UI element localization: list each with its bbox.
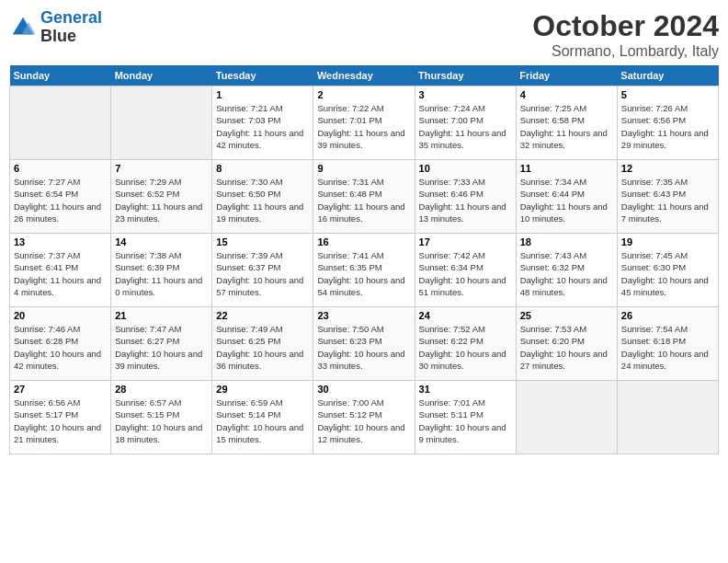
day-detail: Sunrise: 7:26 AMSunset: 6:56 PMDaylight:… (621, 102, 714, 151)
column-header-saturday: Saturday (617, 65, 718, 86)
calendar-cell: 24Sunrise: 7:52 AMSunset: 6:22 PMDayligh… (415, 307, 516, 381)
calendar-cell: 13Sunrise: 7:37 AMSunset: 6:41 PMDayligh… (10, 234, 111, 307)
day-number: 31 (419, 384, 512, 395)
day-detail: Sunrise: 7:34 AMSunset: 6:44 PMDaylight:… (520, 176, 613, 224)
day-detail: Sunrise: 7:42 AMSunset: 6:34 PMDaylight:… (419, 249, 512, 298)
day-detail: Sunrise: 7:21 AMSunset: 7:03 PMDaylight:… (216, 102, 309, 151)
title-block: October 2024 Sormano, Lombardy, Italy (532, 9, 719, 60)
calendar-cell: 17Sunrise: 7:42 AMSunset: 6:34 PMDayligh… (415, 234, 516, 307)
calendar-cell: 9Sunrise: 7:31 AMSunset: 6:48 PMDaylight… (313, 160, 415, 234)
calendar-cell: 11Sunrise: 7:34 AMSunset: 6:44 PMDayligh… (516, 160, 617, 234)
day-detail: Sunrise: 7:50 AMSunset: 6:23 PMDaylight:… (317, 323, 410, 372)
day-number: 4 (520, 89, 613, 100)
day-detail: Sunrise: 7:31 AMSunset: 6:48 PMDaylight:… (317, 176, 410, 224)
day-detail: Sunrise: 7:43 AMSunset: 6:32 PMDaylight:… (520, 249, 613, 298)
day-number: 30 (317, 384, 410, 395)
logo-icon (9, 14, 37, 41)
calendar-cell: 18Sunrise: 7:43 AMSunset: 6:32 PMDayligh… (516, 234, 617, 307)
day-number: 3 (419, 89, 512, 100)
day-detail: Sunrise: 7:49 AMSunset: 6:25 PMDaylight:… (216, 323, 309, 372)
calendar-cell: 3Sunrise: 7:24 AMSunset: 7:00 PMDaylight… (415, 86, 516, 160)
calendar-cell: 22Sunrise: 7:49 AMSunset: 6:25 PMDayligh… (212, 307, 313, 381)
column-header-monday: Monday (111, 65, 212, 86)
day-number: 10 (419, 163, 512, 174)
calendar-cell: 23Sunrise: 7:50 AMSunset: 6:23 PMDayligh… (313, 307, 415, 381)
day-number: 20 (14, 310, 107, 321)
day-detail: Sunrise: 7:24 AMSunset: 7:00 PMDaylight:… (419, 102, 512, 151)
calendar-week: 6Sunrise: 7:27 AMSunset: 6:54 PMDaylight… (10, 160, 719, 234)
day-detail: Sunrise: 7:22 AMSunset: 7:01 PMDaylight:… (317, 102, 410, 151)
day-detail: Sunrise: 7:27 AMSunset: 6:54 PMDaylight:… (14, 176, 107, 224)
day-number: 12 (621, 163, 714, 174)
day-detail: Sunrise: 7:47 AMSunset: 6:27 PMDaylight:… (115, 323, 208, 372)
column-header-thursday: Thursday (415, 65, 516, 86)
column-header-sunday: Sunday (10, 65, 111, 86)
calendar-cell: 14Sunrise: 7:38 AMSunset: 6:39 PMDayligh… (111, 234, 212, 307)
day-detail: Sunrise: 7:30 AMSunset: 6:50 PMDaylight:… (216, 176, 309, 224)
day-number: 26 (621, 310, 714, 321)
location-title: Sormano, Lombardy, Italy (532, 43, 719, 60)
calendar-cell: 5Sunrise: 7:26 AMSunset: 6:56 PMDaylight… (617, 86, 718, 160)
calendar-cell: 28Sunrise: 6:57 AMSunset: 5:15 PMDayligh… (111, 381, 212, 454)
calendar-cell: 1Sunrise: 7:21 AMSunset: 7:03 PMDaylight… (212, 86, 313, 160)
calendar-cell: 10Sunrise: 7:33 AMSunset: 6:46 PMDayligh… (415, 160, 516, 234)
day-detail: Sunrise: 6:59 AMSunset: 5:14 PMDaylight:… (216, 396, 309, 445)
day-number: 28 (115, 384, 208, 395)
day-number: 18 (520, 236, 613, 247)
column-header-tuesday: Tuesday (212, 65, 313, 86)
calendar-cell: 25Sunrise: 7:53 AMSunset: 6:20 PMDayligh… (516, 307, 617, 381)
column-header-friday: Friday (516, 65, 617, 86)
day-number: 17 (419, 236, 512, 247)
calendar-cell: 20Sunrise: 7:46 AMSunset: 6:28 PMDayligh… (10, 307, 111, 381)
calendar-week: 1Sunrise: 7:21 AMSunset: 7:03 PMDaylight… (10, 86, 719, 160)
day-number: 2 (317, 89, 410, 100)
calendar-cell: 6Sunrise: 7:27 AMSunset: 6:54 PMDaylight… (10, 160, 111, 234)
day-number: 16 (317, 236, 410, 247)
day-number: 6 (14, 163, 107, 174)
day-detail: Sunrise: 7:39 AMSunset: 6:37 PMDaylight:… (216, 249, 309, 298)
calendar-cell: 27Sunrise: 6:56 AMSunset: 5:17 PMDayligh… (10, 381, 111, 454)
day-number: 9 (317, 163, 410, 174)
day-detail: Sunrise: 7:52 AMSunset: 6:22 PMDaylight:… (419, 323, 512, 372)
calendar-cell: 8Sunrise: 7:30 AMSunset: 6:50 PMDaylight… (212, 160, 313, 234)
day-number: 1 (216, 89, 309, 100)
day-number: 11 (520, 163, 613, 174)
day-detail: Sunrise: 7:35 AMSunset: 6:43 PMDaylight:… (621, 176, 714, 224)
header-row: SundayMondayTuesdayWednesdayThursdayFrid… (10, 65, 719, 86)
calendar-cell: 4Sunrise: 7:25 AMSunset: 6:58 PMDaylight… (516, 86, 617, 160)
logo-text: GeneralBlue (40, 9, 102, 46)
day-number: 22 (216, 310, 309, 321)
calendar-cell (111, 86, 212, 160)
day-number: 5 (621, 89, 714, 100)
day-detail: Sunrise: 7:01 AMSunset: 5:11 PMDaylight:… (419, 396, 512, 445)
day-number: 25 (520, 310, 613, 321)
day-number: 15 (216, 236, 309, 247)
calendar-cell: 31Sunrise: 7:01 AMSunset: 5:11 PMDayligh… (415, 381, 516, 454)
day-detail: Sunrise: 6:57 AMSunset: 5:15 PMDaylight:… (115, 396, 208, 445)
day-detail: Sunrise: 7:46 AMSunset: 6:28 PMDaylight:… (14, 323, 107, 372)
day-detail: Sunrise: 7:38 AMSunset: 6:39 PMDaylight:… (115, 249, 208, 298)
calendar-cell: 16Sunrise: 7:41 AMSunset: 6:35 PMDayligh… (313, 234, 415, 307)
calendar-cell: 7Sunrise: 7:29 AMSunset: 6:52 PMDaylight… (111, 160, 212, 234)
calendar-week: 27Sunrise: 6:56 AMSunset: 5:17 PMDayligh… (10, 381, 719, 454)
day-number: 27 (14, 384, 107, 395)
calendar-cell: 26Sunrise: 7:54 AMSunset: 6:18 PMDayligh… (617, 307, 718, 381)
calendar-cell: 12Sunrise: 7:35 AMSunset: 6:43 PMDayligh… (617, 160, 718, 234)
month-title: October 2024 (532, 9, 719, 43)
day-detail: Sunrise: 7:53 AMSunset: 6:20 PMDaylight:… (520, 323, 613, 372)
calendar-cell: 30Sunrise: 7:00 AMSunset: 5:12 PMDayligh… (313, 381, 415, 454)
calendar-week: 20Sunrise: 7:46 AMSunset: 6:28 PMDayligh… (10, 307, 719, 381)
calendar-cell: 29Sunrise: 6:59 AMSunset: 5:14 PMDayligh… (212, 381, 313, 454)
calendar-cell: 19Sunrise: 7:45 AMSunset: 6:30 PMDayligh… (617, 234, 718, 307)
day-number: 23 (317, 310, 410, 321)
day-number: 8 (216, 163, 309, 174)
day-detail: Sunrise: 7:41 AMSunset: 6:35 PMDaylight:… (317, 249, 410, 298)
page-header: GeneralBlue October 2024 Sormano, Lombar… (9, 9, 719, 60)
calendar-table: SundayMondayTuesdayWednesdayThursdayFrid… (9, 65, 719, 454)
calendar-cell (617, 381, 718, 454)
day-detail: Sunrise: 6:56 AMSunset: 5:17 PMDaylight:… (14, 396, 107, 445)
calendar-cell: 21Sunrise: 7:47 AMSunset: 6:27 PMDayligh… (111, 307, 212, 381)
day-detail: Sunrise: 7:37 AMSunset: 6:41 PMDaylight:… (14, 249, 107, 298)
calendar-cell: 2Sunrise: 7:22 AMSunset: 7:01 PMDaylight… (313, 86, 415, 160)
day-number: 13 (14, 236, 107, 247)
